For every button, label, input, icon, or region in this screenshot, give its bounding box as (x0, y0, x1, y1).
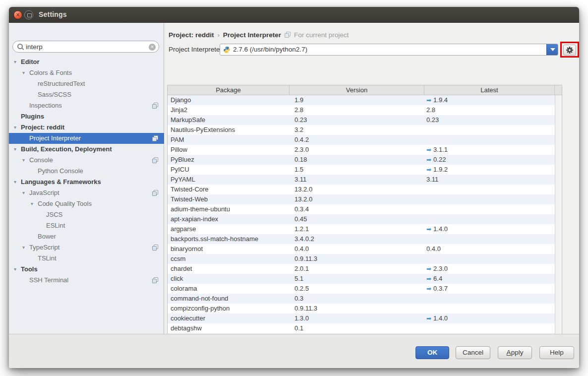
table-row[interactable]: cookiecutter1.3.0➡1.4.0 (168, 313, 555, 323)
package-latest (424, 185, 555, 194)
sidebar-item-label: Tools (21, 264, 38, 275)
sidebar-item[interactable]: Plugins (9, 111, 164, 122)
sidebar-item-label: reStructuredText (38, 78, 85, 89)
column-header[interactable]: Version (290, 85, 424, 95)
package-version: 0.4.2 (290, 135, 424, 145)
table-row[interactable]: PyICU1.5➡1.9.2 (168, 165, 555, 175)
sidebar-item[interactable]: Bower (9, 231, 164, 242)
gear-annotation-box (560, 42, 579, 58)
cancel-button[interactable]: Cancel (456, 346, 490, 359)
search-input[interactable] (26, 42, 145, 52)
help-button[interactable]: Help (539, 346, 574, 359)
table-row[interactable]: PyBluez0.18➡0.22 (168, 155, 555, 165)
tree-expand-arrow-icon[interactable]: ▾ (31, 198, 38, 209)
table-row[interactable]: binaryornot0.4.00.4.0 (168, 244, 555, 254)
clear-search-icon[interactable]: × (149, 44, 156, 51)
package-name: apt-xapian-index (168, 214, 290, 224)
table-row[interactable]: click5.1➡6.4 (168, 274, 555, 284)
sidebar-item[interactable]: ▾JavaScript (9, 188, 164, 198)
sidebar-item[interactable]: Inspections (9, 100, 164, 111)
table-row[interactable]: Pillow2.3.0➡3.1.1 (168, 145, 555, 155)
package-name: binaryornot (168, 244, 290, 254)
table-row[interactable]: adium-theme-ubuntu0.3.4 (168, 204, 555, 214)
sidebar-item[interactable]: Project Interpreter (9, 133, 164, 144)
ok-button[interactable]: OK (415, 346, 449, 359)
column-header[interactable]: Package (168, 85, 290, 95)
sidebar-item[interactable]: Sass/SCSS (9, 89, 164, 100)
package-name: PyBluez (168, 155, 290, 165)
search-icon (17, 44, 24, 50)
package-version: 1.9 (290, 95, 424, 105)
tree-expand-arrow-icon[interactable]: ▾ (14, 264, 21, 275)
sidebar-item[interactable]: ▾Project: reddit (9, 122, 164, 133)
sidebar-item[interactable]: ▾Tools (9, 264, 164, 275)
package-name: ccsm (168, 254, 290, 264)
interpreter-label: Project Interpreter: (169, 46, 224, 53)
package-name: MarkupSafe (168, 115, 290, 125)
sidebar-item[interactable]: ▾Languages & Frameworks (9, 177, 164, 188)
package-latest: ➡1.9.2 (424, 165, 555, 175)
tree-expand-arrow-icon[interactable]: ▾ (14, 144, 21, 155)
table-row[interactable]: ccsm0.9.11.3 (168, 254, 555, 264)
breadcrumb-project: Project: reddit (169, 31, 214, 39)
table-row[interactable]: PyYAML3.113.11 (168, 175, 555, 185)
apply-button[interactable]: Apply (498, 346, 532, 359)
table-row[interactable]: colorama0.2.5➡0.3.7 (168, 284, 555, 294)
tree-expand-arrow-icon[interactable]: ▾ (22, 188, 29, 198)
package-latest: ➡0.22 (424, 155, 555, 165)
table-row[interactable]: Twisted-Web13.2.0 (168, 194, 555, 204)
package-version: 0.4.0 (290, 244, 424, 254)
sidebar-item[interactable]: ▾Console (9, 155, 164, 166)
copy-settings-icon (152, 245, 158, 251)
table-row[interactable]: backports.ssl-match-hostname3.4.0.2 (168, 234, 555, 244)
sidebar-item[interactable]: ▾Build, Execution, Deployment (9, 144, 164, 155)
update-arrow-icon: ➡ (426, 275, 431, 282)
tree-expand-arrow-icon[interactable]: ▾ (22, 242, 29, 253)
close-window-icon[interactable]: × (13, 10, 22, 19)
settings-search-box[interactable]: × (12, 41, 159, 53)
table-row[interactable]: PAM0.4.2 (168, 135, 555, 145)
update-arrow-icon: ➡ (426, 226, 431, 233)
sidebar-item[interactable]: reStructuredText (9, 78, 164, 89)
tree-expand-arrow-icon[interactable]: ▾ (14, 177, 21, 188)
tree-expand-arrow-icon[interactable]: ▾ (14, 122, 21, 133)
sidebar-item[interactable]: Python Console (9, 166, 164, 177)
tree-expand-arrow-icon[interactable]: ▾ (14, 57, 21, 67)
table-row[interactable]: debtagshw0.1 (168, 323, 555, 333)
table-row[interactable]: command-not-found0.3 (168, 294, 555, 304)
package-version: 1.5 (290, 165, 424, 175)
column-header[interactable]: Latest (424, 85, 555, 95)
combobox-dropdown-icon[interactable] (546, 44, 558, 55)
sidebar-item[interactable]: ▾Editor (9, 57, 164, 67)
table-row[interactable]: Twisted-Core13.2.0 (168, 185, 555, 194)
tree-expand-arrow-icon[interactable]: ▾ (22, 67, 29, 78)
package-latest (424, 323, 555, 333)
breadcrumb-page: Project Interpreter (223, 31, 281, 39)
sidebar-item[interactable]: ▾Colors & Fonts (9, 67, 164, 78)
interpreter-combobox[interactable]: 2.7.6 (/usr/bin/python2.7) (220, 44, 558, 56)
package-version: 0.3 (290, 294, 424, 304)
sidebar-item[interactable]: JSCS (9, 209, 164, 220)
table-row[interactable]: Django1.9➡1.9.4 (168, 95, 555, 105)
sidebar-item[interactable]: ▾TypeScript (9, 242, 164, 253)
package-version: 2.8 (290, 105, 424, 115)
sidebar-item[interactable]: ESLint (9, 220, 164, 231)
package-latest: ➡1.4.0 (424, 224, 555, 234)
table-row[interactable]: apt-xapian-index0.45 (168, 214, 555, 224)
sidebar-item-label: Project Interpreter (29, 133, 81, 144)
maximize-window-icon[interactable] (24, 10, 33, 19)
table-row[interactable]: argparse1.2.1➡1.4.0 (168, 224, 555, 234)
table-row[interactable]: compizconfig-python0.9.11.3 (168, 304, 555, 313)
sidebar-item[interactable]: TSLint (9, 253, 164, 264)
tree-expand-arrow-icon[interactable]: ▾ (22, 155, 29, 166)
table-row[interactable]: Jinja22.82.8 (168, 105, 555, 115)
table-row[interactable]: chardet2.0.1➡2.3.0 (168, 264, 555, 274)
titlebar[interactable]: × Settings (9, 7, 579, 23)
table-scrollbar[interactable] (555, 95, 562, 346)
table-row[interactable]: MarkupSafe0.230.23 (168, 115, 555, 125)
gear-button[interactable] (563, 45, 576, 56)
sidebar-item[interactable]: SSH Terminal (9, 275, 164, 286)
sidebar-item[interactable]: ▾Code Quality Tools (9, 198, 164, 209)
table-row[interactable]: Nautilus-PyExtensions3.2 (168, 125, 555, 135)
package-latest: 2.8 (424, 105, 555, 115)
